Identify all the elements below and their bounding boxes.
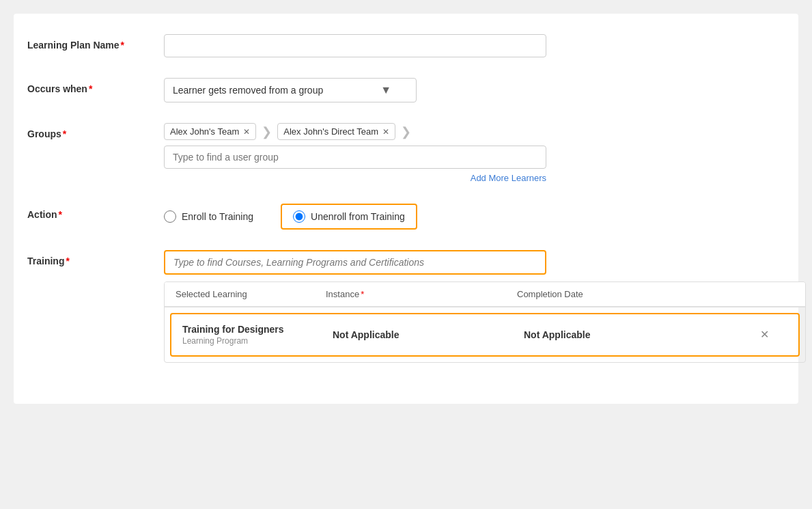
group-tag-1: Alex John's Team ✕ [164,123,256,140]
group-tag-1-remove[interactable]: ✕ [243,128,250,136]
training-label: Training* [27,250,164,266]
groups-row: Groups* Alex John's Team ✕ ❯ Alex John's… [27,123,778,183]
occurs-when-selected-value: Learner gets removed from a group [173,85,323,96]
group-tag-2-remove[interactable]: ✕ [382,128,389,136]
unenroll-option-box[interactable]: Unenroll from Training [281,204,417,230]
learning-plan-name-content: Remove_group [164,34,778,57]
occurs-when-content: Learner gets removed from a group ▼ [164,78,778,102]
completion-value: Not Applicable [524,329,591,340]
remove-row-button[interactable]: ✕ [760,329,769,340]
occurs-when-select[interactable]: Learner gets removed from a group ▼ [164,78,417,102]
enroll-label: Enroll to Training [182,211,253,222]
group-tag-2-label: Alex John's Direct Team [283,126,378,137]
occurs-when-label: Occurs when* [27,78,164,94]
chevron-down-icon: ▼ [380,84,391,96]
col-header-learning: Selected Learning [176,289,326,299]
action-row: Action* Enroll to Training Unenroll from… [27,204,778,230]
learning-name: Training for Designers [182,324,333,335]
row-instance: Not Applicable [333,329,524,340]
form-container: Learning Plan Name* Remove_group Occurs … [14,14,798,404]
add-more-learners-link[interactable]: Add More Learners [164,173,546,183]
training-search-input[interactable] [164,250,546,275]
unenroll-option[interactable]: Unenroll from Training [293,210,405,223]
group-search-input[interactable] [164,146,546,169]
action-options-row: Enroll to Training Unenroll from Trainin… [164,204,778,230]
action-content: Enroll to Training Unenroll from Trainin… [164,204,778,230]
col-header-completion: Completion Date [517,289,794,299]
unenroll-radio[interactable] [293,210,305,223]
enroll-radio[interactable] [164,210,176,223]
group-tag-1-label: Alex John's Team [170,126,239,137]
row-learning-info: Training for Designers Learning Program [182,324,333,346]
enroll-option[interactable]: Enroll to Training [164,210,253,223]
col-header-instance: Instance* [326,289,517,299]
table-row: Training for Designers Learning Program … [170,313,800,357]
occurs-when-row: Occurs when* Learner gets removed from a… [27,78,778,102]
groups-label: Groups* [27,123,164,139]
table-header: Selected Learning Instance* Completion D… [165,282,805,307]
learning-plan-name-row: Learning Plan Name* Remove_group [27,34,778,57]
learning-plan-name-input[interactable]: Remove_group [164,34,546,57]
tag-separator: ❯ [262,124,272,139]
groups-tags-row: Alex John's Team ✕ ❯ Alex John's Direct … [164,123,778,140]
learning-type: Learning Program [182,336,333,346]
tag-separator-2: ❯ [401,124,411,139]
row-remove: ✕ [760,329,787,340]
row-completion: Not Applicable [524,329,760,340]
selected-learning-table: Selected Learning Instance* Completion D… [164,281,806,363]
occurs-when-select-wrapper[interactable]: Learner gets removed from a group ▼ [164,78,417,102]
unenroll-label: Unenroll from Training [311,211,405,222]
training-content: Selected Learning Instance* Completion D… [164,250,806,363]
groups-content: Alex John's Team ✕ ❯ Alex John's Direct … [164,123,778,183]
action-label: Action* [27,204,164,220]
training-row: Training* Selected Learning Instance* Co… [27,250,778,363]
instance-value: Not Applicable [333,329,400,340]
learning-plan-name-label: Learning Plan Name* [27,34,164,51]
group-tag-2: Alex John's Direct Team ✕ [277,123,395,140]
